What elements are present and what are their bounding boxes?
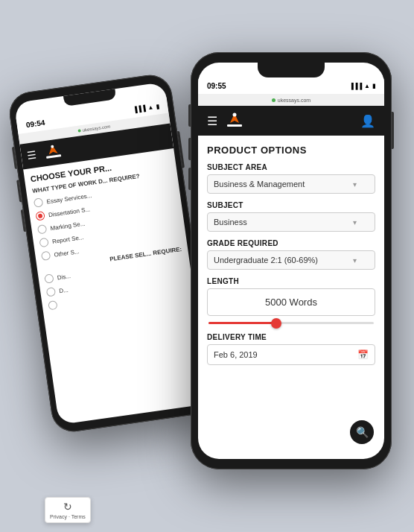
length-label: LENGTH: [207, 277, 375, 285]
length-value: 5000 Words: [207, 288, 375, 316]
front-status-bar: 09:55 ▐▐▐ ▲ ▮: [198, 77, 384, 94]
radio-circle-4: [41, 251, 51, 262]
radio-label-2: Marking Se...: [50, 220, 86, 231]
back-phone: 09:54 ▐▐▐ ▲ ▮ ukessays.com ☰ CHOOSE YOUR: [7, 72, 217, 434]
slider-thumb[interactable]: [271, 318, 281, 329]
front-battery-icon: ▮: [372, 83, 375, 89]
subject-area-value: Business & Management: [214, 180, 305, 189]
battery-icon: ▮: [156, 103, 159, 110]
subject-area-select[interactable]: Business & Management ▾: [207, 174, 375, 194]
radio-label-0: Essay Services...: [46, 192, 92, 205]
front-url: ukessays.com: [278, 98, 310, 103]
radio-circle-s0: [44, 273, 54, 284]
radio-label-s1: D...: [59, 286, 69, 294]
captcha-badge: ↻ Privacy · Terms: [45, 497, 91, 523]
radio-label-1: Dissertation S...: [48, 206, 90, 218]
grade-label: GRADE REQUIRED: [207, 239, 375, 247]
back-time: 09:54: [25, 118, 45, 128]
svg-rect-0: [46, 154, 61, 159]
front-notch: [258, 63, 325, 77]
grade-chevron-icon: ▾: [353, 256, 357, 265]
delivery-date-field[interactable]: Feb 6, 2019 📅: [207, 344, 375, 365]
subject-area-label: SUBJECT AREA: [207, 163, 375, 171]
svg-rect-2: [227, 124, 242, 127]
back-url: ukessays.com: [82, 124, 110, 133]
subject-chevron-icon: ▾: [353, 218, 357, 227]
subject-label: SUBJECT: [207, 201, 375, 209]
front-logo-icon: [223, 110, 246, 132]
front-nav: ☰ 👤: [198, 106, 384, 136]
product-options-area: PRODUCT OPTIONS SUBJECT AREA Business & …: [198, 136, 384, 374]
calendar-icon: 📅: [357, 349, 369, 360]
grade-value: Undergraduate 2:1 (60-69%): [214, 256, 318, 265]
radio-circle-s2: [48, 300, 58, 311]
svg-point-3: [233, 113, 237, 117]
radio-label-3: Report Se...: [51, 234, 84, 245]
subject-value: Business: [214, 218, 247, 227]
length-slider-container[interactable]: [207, 322, 375, 324]
back-hamburger-icon[interactable]: ☰: [27, 149, 38, 162]
radio-circle-1: [35, 211, 45, 221]
radio-label-4: Other S...: [54, 248, 80, 259]
slider-track: [208, 322, 374, 324]
front-screen: 09:55 ▐▐▐ ▲ ▮ ukessays.com ☰ 👤: [198, 63, 384, 459]
delivery-label: DELIVERY TIME: [207, 333, 375, 341]
section-title: PRODUCT OPTIONS: [207, 145, 375, 156]
signal-icon: ▐▐▐: [133, 104, 146, 113]
wifi-icon: ▲: [147, 104, 154, 111]
search-fab-icon: 🔍: [356, 426, 369, 438]
back-secure-icon: [77, 129, 81, 133]
subject-area-chevron-icon: ▾: [353, 180, 357, 189]
front-user-icon[interactable]: 👤: [360, 114, 375, 128]
front-wifi-icon: ▲: [364, 83, 370, 89]
back-content: CHOOSE YOUR PR... WHAT TYPE OF WORK D...…: [23, 148, 195, 321]
back-status-icons: ▐▐▐ ▲ ▮: [133, 103, 159, 113]
radio-circle-3: [39, 238, 49, 248]
radio-circle-s1: [46, 287, 57, 297]
radio-circle-0: [34, 197, 44, 208]
front-logo-area: ☰: [207, 110, 246, 132]
radio-label-s0: Dis...: [57, 273, 71, 281]
radio-circle-2: [37, 224, 48, 235]
front-time: 09:55: [207, 82, 226, 90]
captcha-text: Privacy · Terms: [50, 514, 86, 519]
delivery-date-value: Feb 6, 2019: [214, 350, 258, 359]
front-phone: 09:55 ▐▐▐ ▲ ▮ ukessays.com ☰ 👤: [191, 52, 392, 469]
front-secure-icon: [272, 98, 276, 102]
back-logo-icon: [42, 141, 66, 165]
slider-fill: [208, 322, 275, 324]
front-status-icons: ▐▐▐ ▲ ▮: [349, 83, 375, 89]
captcha-logo-icon: ↻: [63, 501, 72, 513]
back-screen: 09:54 ▐▐▐ ▲ ▮ ukessays.com ☰ CHOOSE YOUR: [14, 82, 210, 425]
front-signal-icon: ▐▐▐: [349, 83, 362, 89]
front-url-bar: ukessays.com: [198, 94, 384, 106]
front-hamburger-icon[interactable]: ☰: [207, 114, 217, 128]
subject-select[interactable]: Business ▾: [207, 212, 375, 232]
search-fab-button[interactable]: 🔍: [350, 420, 374, 444]
grade-select[interactable]: Undergraduate 2:1 (60-69%) ▾: [207, 250, 375, 270]
